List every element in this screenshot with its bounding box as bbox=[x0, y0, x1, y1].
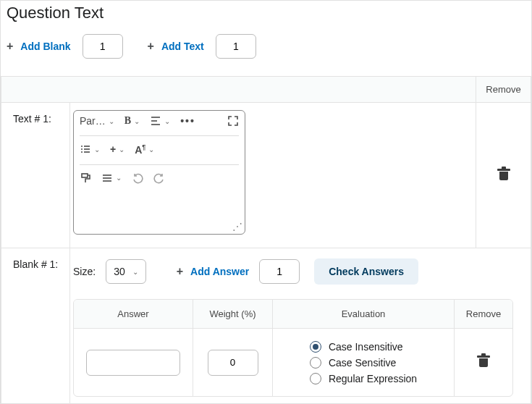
remove-text-button[interactable] bbox=[499, 169, 509, 180]
add-text-label: Add Text bbox=[161, 41, 204, 52]
redo-button[interactable] bbox=[153, 172, 165, 184]
radio-case-sensitive[interactable]: Case Sensitive bbox=[310, 357, 417, 369]
format-painter-button[interactable] bbox=[80, 172, 91, 184]
add-text-count-input[interactable] bbox=[216, 34, 256, 59]
radio-regex[interactable]: Regular Expression bbox=[310, 373, 417, 384]
fullscreen-button[interactable] bbox=[227, 115, 239, 127]
plus-icon: + bbox=[7, 41, 13, 52]
top-controls: + Add Blank + Add Text bbox=[1, 30, 531, 76]
col-evaluation: Evaluation bbox=[273, 300, 455, 329]
add-answer-label: Add Answer bbox=[190, 266, 249, 277]
size-select[interactable]: 30 ⌄ bbox=[106, 259, 146, 284]
col-weight: Weight (%) bbox=[193, 300, 273, 329]
check-answers-button[interactable]: Check Answers bbox=[314, 258, 418, 285]
paragraph-style-dropdown[interactable]: Par…⌄ bbox=[80, 115, 114, 127]
col-remove: Remove bbox=[455, 300, 512, 329]
remove-answer-button[interactable] bbox=[478, 355, 489, 367]
more-button[interactable]: ••• bbox=[180, 115, 195, 127]
size-label: Size: bbox=[73, 266, 96, 277]
text-part-label: Text # 1: bbox=[1, 103, 70, 248]
evaluation-radios: Case Insensitive Case Sensitive bbox=[310, 341, 417, 384]
plus-icon: + bbox=[148, 41, 154, 52]
question-text-panel: Question Text + Add Blank + Add Text Rem… bbox=[0, 0, 532, 404]
svg-point-3 bbox=[81, 146, 83, 147]
radio-icon bbox=[310, 373, 321, 384]
page-title: Question Text bbox=[1, 1, 531, 30]
chevron-down-icon: ⌄ bbox=[132, 268, 138, 276]
svg-point-7 bbox=[81, 151, 83, 153]
line-spacing-dropdown[interactable]: ⌄ bbox=[101, 172, 122, 184]
rich-text-editor[interactable]: Par…⌄ B⌄ ⌄ ••• bbox=[73, 110, 245, 235]
resize-handle-icon: ⋰ bbox=[232, 221, 242, 232]
header-remove: Remove bbox=[476, 77, 531, 103]
answer-table: Answer Weight (%) Evaluation Remove bbox=[73, 299, 513, 397]
align-dropdown[interactable]: ⌄ bbox=[150, 115, 170, 127]
add-blank-button[interactable]: + Add Blank bbox=[7, 41, 71, 52]
answer-row: Case Insensitive Case Sensitive bbox=[74, 329, 512, 396]
blank-part-label: Blank # 1: bbox=[1, 248, 70, 405]
plus-icon: + bbox=[177, 266, 183, 277]
radio-icon bbox=[310, 357, 321, 369]
weight-input[interactable] bbox=[208, 350, 258, 376]
add-text-button[interactable]: + Add Text bbox=[148, 41, 204, 52]
text-part-row: Text # 1: Par…⌄ B⌄ ⌄ bbox=[1, 103, 531, 248]
add-answer-count-input[interactable] bbox=[259, 259, 300, 284]
list-dropdown[interactable]: ⌄ bbox=[80, 143, 100, 155]
radio-case-insensitive[interactable]: Case Insensitive bbox=[310, 341, 417, 353]
font-dropdown[interactable]: A¶⌄ bbox=[135, 143, 154, 156]
undo-button[interactable] bbox=[132, 172, 143, 184]
blank-part-row: Blank # 1: Size: 30 ⌄ + Add Answer bbox=[1, 248, 531, 405]
insert-dropdown[interactable]: +⌄ bbox=[110, 143, 124, 155]
svg-point-5 bbox=[81, 148, 83, 150]
header-blank bbox=[1, 77, 476, 103]
col-answer: Answer bbox=[74, 300, 193, 329]
bold-dropdown[interactable]: B⌄ bbox=[124, 115, 140, 127]
editor-toolbar: Par…⌄ B⌄ ⌄ ••• bbox=[80, 115, 239, 188]
svg-rect-9 bbox=[82, 174, 88, 177]
add-answer-button[interactable]: + Add Answer bbox=[177, 266, 250, 277]
parts-table: Remove Text # 1: Par…⌄ B⌄ bbox=[1, 76, 531, 404]
add-blank-label: Add Blank bbox=[20, 41, 70, 52]
radio-icon bbox=[310, 341, 321, 353]
answer-input[interactable] bbox=[86, 350, 180, 376]
add-blank-count-input[interactable] bbox=[83, 34, 123, 59]
